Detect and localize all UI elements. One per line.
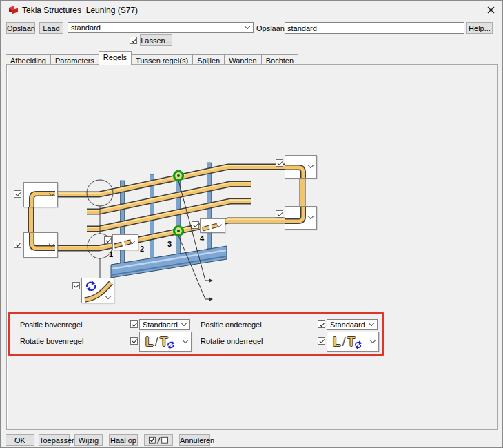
modify-button[interactable]: Wijzig [74, 434, 103, 446]
rotation-bottom-rail-checkbox[interactable] [318, 337, 325, 345]
corner-bottom-right-dropdown[interactable] [285, 206, 317, 230]
position-bottom-rail-combobox[interactable]: Standaard [327, 319, 378, 330]
close-button[interactable] [480, 1, 501, 18]
tab-bar: AfbeeldingParametersRegelsTussen regel(s… [6, 51, 298, 65]
close-icon [487, 6, 495, 14]
toggle-all-checkboxes-button[interactable] [144, 434, 173, 446]
splice-1-dropdown[interactable] [112, 234, 138, 250]
rotate-icon [87, 281, 96, 292]
position-top-rail-value: Standaard [143, 320, 178, 329]
rotation-top-rail-checkbox[interactable] [130, 337, 138, 345]
rotate-icon [166, 340, 175, 349]
post-number-2: 2 [140, 245, 144, 253]
bend-checkbox[interactable] [72, 282, 80, 289]
position-top-rail-checkbox[interactable] [130, 320, 138, 328]
load-button[interactable]: Laad [39, 22, 63, 34]
corner-top-right-checkbox[interactable] [276, 159, 283, 167]
apply-button[interactable]: Toepassen [39, 434, 70, 446]
slash-divider: / [342, 334, 346, 349]
l-profile-icon: L [145, 335, 154, 348]
window-title: Tekla Structures Leuning (S77) [22, 6, 138, 15]
rails [31, 165, 302, 248]
bend-dropdown[interactable] [81, 278, 114, 303]
rotation-top-rail-label: Rotatie bovenregel [20, 337, 83, 345]
position-bottom-rail-label: Positie onderregel [201, 320, 262, 329]
l-profile-icon: L [333, 335, 341, 348]
welds-checkbox[interactable] [130, 37, 137, 44]
chevron-down-icon [370, 337, 376, 343]
corner-top-right-dropdown[interactable] [285, 155, 317, 179]
position-top-rail-combobox[interactable]: Standaard [139, 319, 190, 330]
corner-bottom-right-checkbox[interactable] [276, 210, 283, 218]
checked-unchecked-toggle-icon [149, 436, 168, 445]
chevron-down-icon [181, 320, 187, 326]
rail-splice-icon [201, 219, 219, 232]
settings-combobox[interactable]: standard [68, 22, 254, 33]
position-bottom-rail-checkbox[interactable] [318, 320, 325, 328]
rotation-top-rail-dropdown[interactable]: L / T [139, 332, 192, 352]
rail-bend-icon [82, 278, 114, 303]
post-number-1: 1 [109, 250, 113, 258]
save-as-input[interactable] [285, 22, 464, 34]
post-number-4: 4 [200, 234, 204, 243]
splice-1-checkbox[interactable] [104, 236, 112, 244]
railing-diagram [1, 151, 330, 311]
rotation-bottom-rail-label: Rotatie onderregel [201, 337, 263, 345]
help-button[interactable]: Help... [466, 22, 493, 34]
titlebar: Tekla Structures Leuning (S77) [1, 1, 502, 19]
slash-divider: / [155, 334, 158, 349]
cancel-button[interactable]: Annuleren [179, 434, 210, 446]
rotate-icon [353, 340, 362, 349]
position-bottom-rail-value: Standaard [330, 320, 365, 329]
tab-regels[interactable]: Regels [99, 51, 132, 65]
position-top-rail-label: Positie bovenregel [20, 320, 83, 329]
get-button[interactable]: Haal op [109, 434, 138, 446]
corner-top-left-dropdown[interactable] [23, 182, 58, 207]
corner-bottom-left-checkbox[interactable] [14, 241, 21, 248]
rotation-bottom-rail-dropdown[interactable]: L / T [327, 332, 379, 352]
corner-bottom-left-dropdown[interactable] [23, 232, 58, 258]
welds-button[interactable]: Lassen... [140, 34, 172, 46]
ok-button[interactable]: OK [6, 434, 34, 446]
chevron-down-icon [183, 337, 188, 343]
splice-2-checkbox[interactable] [192, 221, 199, 229]
tekla-logo-icon [8, 5, 19, 15]
save-button[interactable]: Opslaan [6, 22, 35, 34]
rail-splice-icon [113, 235, 132, 250]
dialog-window: Tekla Structures Leuning (S77) Opslaan L… [0, 0, 503, 448]
stringer-beam [111, 246, 227, 278]
chevron-down-icon [245, 23, 250, 29]
post-number-3: 3 [167, 240, 172, 248]
splice-2-dropdown[interactable] [200, 218, 225, 233]
settings-combobox-value: standard [71, 23, 101, 32]
corner-top-left-checkbox[interactable] [14, 190, 21, 198]
chevron-down-icon [369, 320, 374, 326]
